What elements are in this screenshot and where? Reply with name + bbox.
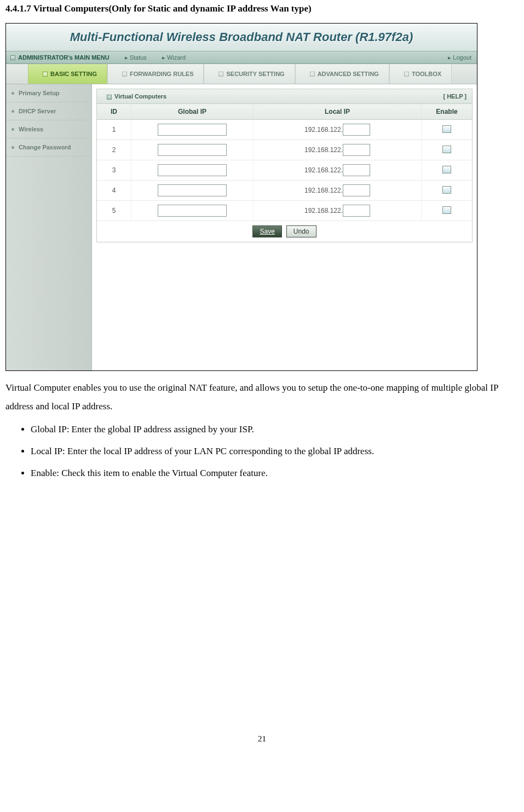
square-icon (122, 72, 127, 77)
menu-status-label: Status (130, 54, 147, 61)
table-row: 1192.168.122. (97, 120, 472, 140)
local-ip-prefix: 192.168.122. (304, 207, 343, 214)
cell-local-ip: 192.168.122. (254, 160, 422, 181)
square-icon (310, 72, 315, 77)
intro-paragraph: Virtual Computer enables you to use the … (5, 379, 519, 416)
content-area: Virtual Computers [ HELP ] ID Global IP … (92, 84, 477, 371)
local-ip-input[interactable] (343, 124, 370, 136)
col-enable: Enable (422, 104, 473, 120)
cell-id: 1 (97, 120, 131, 140)
list-item: Enable: Check this item to enable the Vi… (31, 464, 519, 483)
cell-enable (422, 201, 473, 221)
sidebar-item-label: Wireless (19, 126, 43, 132)
table-row: 2192.168.122. (97, 140, 472, 160)
sidebar-item-primary-setup[interactable]: Primary Setup (6, 84, 91, 102)
local-ip-prefix: 192.168.122. (304, 187, 343, 194)
table-row: 5192.168.122. (97, 201, 472, 221)
enable-checkbox[interactable] (442, 125, 451, 133)
cell-global-ip (131, 140, 254, 160)
cell-global-ip (131, 160, 254, 181)
sidebar-item-label: Primary Setup (19, 90, 60, 96)
list-item: Local IP: Enter the local IP address of … (31, 442, 519, 461)
global-ip-input[interactable] (158, 164, 227, 176)
cell-local-ip: 192.168.122. (254, 201, 422, 221)
local-ip-input[interactable] (343, 205, 370, 217)
tab-toolbox-label: TOOLBOX (412, 71, 441, 77)
enable-checkbox[interactable] (442, 146, 451, 153)
tab-basic-setting[interactable]: BASIC SETTING (28, 64, 107, 84)
local-ip-input[interactable] (343, 144, 370, 156)
cell-global-ip (131, 201, 254, 221)
cell-enable (422, 181, 473, 201)
cell-enable (422, 160, 473, 181)
dot-icon (11, 146, 14, 149)
square-icon (107, 95, 112, 100)
description-list: Global IP: Enter the global IP address a… (5, 420, 519, 483)
page-number: 21 (5, 734, 519, 755)
global-ip-input[interactable] (158, 124, 227, 136)
router-title: Multi-Functional Wireless Broadband NAT … (70, 30, 413, 44)
sidebar-item-label: DHCP Server (19, 108, 56, 114)
menu-wizard[interactable]: ▸ Wizard (162, 54, 186, 61)
virtual-computers-table: ID Global IP Local IP Enable 1192.168.12… (97, 104, 472, 221)
tab-basic-setting-label: BASIC SETTING (50, 71, 97, 77)
col-local-ip: Local IP (254, 104, 422, 120)
router-menubar: ADMINISTRATOR's MAIN MENU ▸ Status ▸ Wiz… (6, 51, 477, 64)
local-ip-input[interactable] (343, 164, 370, 176)
help-link[interactable]: [ HELP ] (443, 93, 467, 100)
router-titlebar: Multi-Functional Wireless Broadband NAT … (6, 24, 477, 51)
table-row: 3192.168.122. (97, 160, 472, 181)
square-icon (404, 72, 409, 77)
enable-checkbox[interactable] (442, 206, 451, 214)
sidebar-item-label: Change Password (19, 144, 71, 150)
enable-checkbox[interactable] (442, 186, 451, 194)
local-ip-input[interactable] (343, 184, 370, 196)
sidebar-item-wireless[interactable]: Wireless (6, 120, 91, 138)
local-ip-prefix: 192.168.122. (304, 146, 343, 154)
menu-status[interactable]: ▸ Status (125, 54, 147, 61)
tab-advanced-setting[interactable]: ADVANCED SETTING (295, 64, 389, 84)
dot-icon (11, 110, 14, 113)
panel-title: Virtual Computers (114, 93, 166, 100)
menu-admin-label: ADMINISTRATOR's MAIN MENU (18, 54, 110, 61)
save-button[interactable]: Save (252, 225, 281, 237)
square-icon (43, 72, 48, 77)
cell-global-ip (131, 120, 254, 140)
panel-header: Virtual Computers [ HELP ] (97, 89, 472, 104)
undo-button[interactable]: Undo (286, 225, 316, 237)
menu-wizard-label: Wizard (167, 54, 186, 61)
cell-global-ip (131, 181, 254, 201)
global-ip-input[interactable] (158, 184, 227, 196)
sidebar: Primary Setup DHCP Server Wireless Chang… (6, 84, 92, 371)
cell-id: 2 (97, 140, 131, 160)
table-row: 4192.168.122. (97, 181, 472, 201)
cell-id: 5 (97, 201, 131, 221)
local-ip-prefix: 192.168.122. (304, 126, 343, 134)
sidebar-item-change-password[interactable]: Change Password (6, 138, 91, 156)
section-heading: 4.4.1.7 Virtual Computers(Only for Stati… (5, 3, 519, 14)
tab-security-setting[interactable]: SECURITY SETTING (204, 64, 295, 84)
square-icon (10, 55, 15, 60)
col-global-ip: Global IP (131, 104, 254, 120)
tab-forwarding-rules-label: FORWARDING RULES (130, 71, 194, 77)
global-ip-input[interactable] (158, 205, 227, 217)
tab-forwarding-rules[interactable]: FORWARDING RULES (107, 64, 204, 84)
tab-security-setting-label: SECURITY SETTING (226, 71, 284, 77)
menu-logout[interactable]: ▸ Logout (448, 54, 471, 61)
sidebar-item-dhcp-server[interactable]: DHCP Server (6, 102, 91, 120)
tab-toolbox[interactable]: TOOLBOX (389, 64, 452, 84)
enable-checkbox[interactable] (442, 166, 451, 173)
dot-icon (11, 92, 14, 95)
menu-logout-label: Logout (453, 54, 471, 61)
virtual-computers-panel: Virtual Computers [ HELP ] ID Global IP … (96, 89, 473, 242)
router-admin-screenshot: Multi-Functional Wireless Broadband NAT … (5, 23, 477, 371)
cell-local-ip: 192.168.122. (254, 181, 422, 201)
list-item: Global IP: Enter the global IP address a… (31, 420, 519, 439)
global-ip-input[interactable] (158, 144, 227, 156)
dot-icon (11, 128, 14, 131)
cell-id: 3 (97, 160, 131, 181)
cell-local-ip: 192.168.122. (254, 140, 422, 160)
tab-advanced-setting-label: ADVANCED SETTING (318, 71, 379, 77)
cell-enable (422, 140, 473, 160)
cell-local-ip: 192.168.122. (254, 120, 422, 140)
